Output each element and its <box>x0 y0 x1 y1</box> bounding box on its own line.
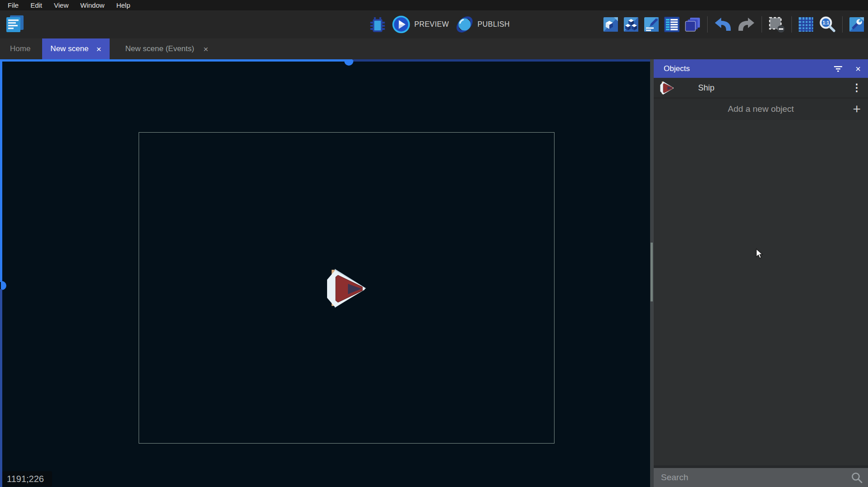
clear-selection-button[interactable] <box>768 16 785 33</box>
toolbar-divider <box>791 16 792 33</box>
layers-list-icon <box>664 17 680 32</box>
objects-panel-title: Objects <box>664 64 690 73</box>
horizontal-scrollbar-track[interactable] <box>352 59 650 62</box>
open-layers-button[interactable] <box>664 17 680 32</box>
cursor-coordinates-value: 1191;226 <box>7 474 44 484</box>
toolbar-divider <box>707 16 708 33</box>
open-properties-button[interactable] <box>644 17 659 32</box>
ship-object-thumbnail <box>659 81 675 95</box>
add-object-button[interactable]: Add a new object + <box>654 98 868 120</box>
edit-pencil-icon <box>644 17 659 32</box>
publish-label: PUBLISH <box>477 20 510 29</box>
object-name: Ship <box>698 83 714 93</box>
add-object-label: Add a new object <box>728 104 794 114</box>
tab-home[interactable]: Home <box>0 38 40 59</box>
main-toolbar: PREVIEW PUBLISH <box>0 10 868 38</box>
objects-panel-body[interactable] <box>654 120 868 465</box>
close-icon[interactable]: × <box>855 64 861 73</box>
close-icon[interactable]: × <box>96 45 101 53</box>
preview-button[interactable]: PREVIEW <box>392 15 449 33</box>
menu-file[interactable]: File <box>2 1 24 9</box>
debugger-icon <box>369 16 386 33</box>
tab-new-scene-events[interactable]: New scene (Events) × <box>116 38 218 59</box>
undo-arrow-icon <box>714 17 732 32</box>
redo-arrow-icon <box>737 17 755 32</box>
undo-button[interactable] <box>714 17 732 32</box>
zoom-original-button[interactable]: 1:1 <box>819 16 836 33</box>
project-manager-button[interactable] <box>4 14 26 35</box>
preview-label: PREVIEW <box>414 20 449 29</box>
play-icon <box>392 15 410 33</box>
vertical-scrollbar-track[interactable] <box>0 289 2 487</box>
menu-help[interactable]: Help <box>111 1 136 9</box>
toolbar-divider <box>842 16 843 33</box>
redo-button[interactable] <box>737 17 755 32</box>
splitter-scrollbar-thumb[interactable] <box>651 243 653 301</box>
grid-icon <box>798 17 814 32</box>
open-instances-list-button[interactable] <box>623 17 639 32</box>
gdevelop-window: File Edit View Window Help <box>0 0 868 487</box>
menu-view[interactable]: View <box>48 1 74 9</box>
project-manager-icon <box>5 14 25 34</box>
objects-panel-header: Objects × <box>654 59 868 78</box>
toolbar-divider <box>762 16 762 33</box>
object-cube-icon <box>603 17 618 32</box>
instances-cubes-icon <box>623 17 639 32</box>
search-bar <box>654 468 868 487</box>
search-icon <box>851 472 863 483</box>
menu-edit[interactable]: Edit <box>24 1 48 9</box>
objects-panel: Objects × Ship ⋮ Add a new o <box>654 59 868 487</box>
object-row-ship[interactable]: Ship ⋮ <box>654 78 868 98</box>
filter-icon[interactable] <box>834 66 843 72</box>
svg-text:1:1: 1:1 <box>823 20 829 25</box>
search-input[interactable] <box>660 472 851 483</box>
tab-new-scene-label: New scene <box>50 44 88 53</box>
tab-new-scene[interactable]: New scene × <box>42 38 109 59</box>
toggle-grid-button[interactable] <box>798 17 814 32</box>
close-icon[interactable]: × <box>203 45 208 53</box>
wrench-icon <box>849 17 864 32</box>
horizontal-scrollbar-active[interactable] <box>0 59 352 62</box>
plus-icon: + <box>853 102 861 116</box>
object-menu-icon[interactable]: ⋮ <box>852 83 862 93</box>
ship-sprite-instance[interactable] <box>325 267 367 309</box>
menubar: File Edit View Window Help <box>0 0 868 10</box>
vertical-scrollbar-thumb[interactable] <box>1 281 6 290</box>
tab-home-label: Home <box>10 44 30 53</box>
debugger-button[interactable] <box>369 16 386 33</box>
menu-window[interactable]: Window <box>74 1 110 9</box>
publish-globe-icon <box>455 15 473 33</box>
stacked-squares-icon <box>685 17 701 32</box>
scene-canvas[interactable]: 1191;226 <box>0 59 650 487</box>
tab-new-scene-events-label: New scene (Events) <box>125 44 194 53</box>
mouse-cursor <box>756 248 764 259</box>
open-object-groups-button[interactable] <box>685 17 701 32</box>
panel-splitter[interactable] <box>650 59 654 487</box>
vertical-scrollbar-active[interactable] <box>0 59 2 282</box>
open-objects-editor-button[interactable] <box>603 17 618 32</box>
editor-tabbar: Home New scene × New scene (Events) × <box>0 38 868 59</box>
open-settings-button[interactable] <box>849 17 864 32</box>
cursor-coordinates-badge: 1191;226 <box>2 471 52 487</box>
deselect-icon <box>768 16 785 33</box>
zoom-1-1-icon: 1:1 <box>819 16 836 33</box>
horizontal-scrollbar-thumb[interactable] <box>344 60 353 66</box>
publish-button[interactable]: PUBLISH <box>455 15 510 33</box>
